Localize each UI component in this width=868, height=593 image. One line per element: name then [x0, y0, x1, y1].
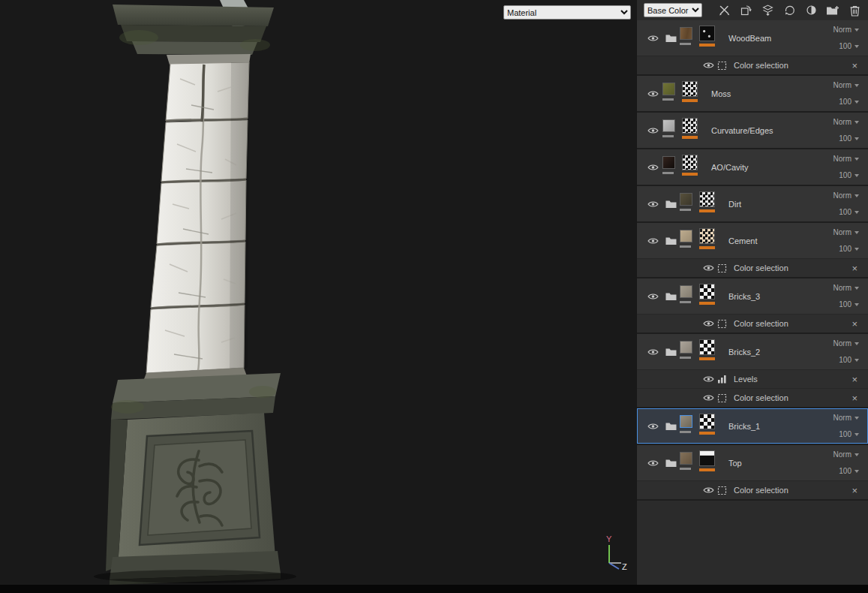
opacity-dropdown[interactable]: 100 — [839, 208, 859, 216]
delete-layer-icon[interactable] — [848, 4, 861, 17]
blend-mode-dropdown[interactable]: Norm — [833, 155, 859, 163]
mask-thumbnail[interactable] — [699, 334, 722, 369]
opacity-dropdown[interactable]: 100 — [839, 245, 859, 253]
mask-thumb-image — [699, 339, 715, 355]
effect-row-color-selection[interactable]: Color selection× — [637, 314, 868, 333]
eye-icon[interactable] — [703, 62, 717, 69]
remove-effect-button[interactable]: × — [851, 319, 857, 329]
view-mode-select[interactable]: Material — [503, 5, 631, 20]
material-thumbnail[interactable] — [662, 113, 682, 148]
smart-material-icon[interactable] — [782, 4, 796, 17]
layer-row-top[interactable]: TopNorm100 — [637, 445, 868, 480]
viewport-3d[interactable]: Material Y Z — [0, 0, 636, 585]
blend-mode-dropdown[interactable]: Norm — [833, 26, 859, 34]
layer-row-curvature-edges[interactable]: Curvature/EdgesNorm100 — [637, 113, 868, 148]
mask-thumbnail[interactable] — [699, 223, 722, 258]
bottom-status-bar — [0, 585, 868, 593]
opacity-dropdown[interactable]: 100 — [839, 356, 859, 364]
color-selection-icon — [717, 486, 730, 495]
opacity-dropdown[interactable]: 100 — [839, 467, 859, 475]
effect-row-color-selection[interactable]: Color selection× — [637, 388, 868, 407]
blend-mode-dropdown[interactable]: Norm — [833, 228, 859, 236]
eye-icon[interactable] — [643, 20, 662, 56]
layer-row-bricks-2[interactable]: Bricks_2Norm100 — [637, 334, 868, 369]
eye-icon[interactable] — [703, 375, 717, 383]
eye-icon[interactable] — [703, 320, 717, 327]
opacity-dropdown[interactable]: 100 — [839, 134, 859, 143]
remove-effect-button[interactable]: × — [851, 375, 857, 384]
material-thumbnail[interactable] — [680, 20, 699, 56]
blend-mode-dropdown[interactable]: Norm — [833, 339, 859, 348]
material-thumbnail[interactable] — [680, 445, 699, 480]
layer-row-woodbeam[interactable]: WoodBeamNorm100 — [637, 20, 868, 56]
opacity-dropdown[interactable]: 100 — [839, 300, 859, 309]
layer-row-ao-cavity[interactable]: AO/CavityNorm100 — [637, 149, 868, 185]
mask-thumbnail[interactable] — [682, 149, 705, 185]
smart-mask-icon[interactable] — [804, 4, 818, 17]
chevron-down-icon — [854, 84, 859, 87]
chevron-down-icon — [854, 45, 859, 48]
blend-mode-dropdown[interactable]: Norm — [833, 118, 859, 126]
chevron-down-icon — [854, 359, 859, 362]
material-thumbnail[interactable] — [662, 149, 682, 185]
layer-row-moss[interactable]: MossNorm100 — [637, 76, 868, 111]
remove-effect-button[interactable]: × — [851, 393, 857, 403]
eye-icon[interactable] — [643, 186, 662, 221]
layer-row-cement[interactable]: CementNorm100 — [637, 223, 868, 258]
eye-icon[interactable] — [643, 408, 662, 444]
layer-row-bricks-3[interactable]: Bricks_3Norm100 — [637, 278, 868, 314]
channel-select[interactable]: Base Color — [644, 3, 702, 17]
eye-icon[interactable] — [703, 394, 717, 402]
eye-icon[interactable] — [643, 149, 662, 185]
blend-mode-dropdown[interactable]: Norm — [833, 284, 859, 292]
remove-effect-button[interactable]: × — [851, 61, 857, 71]
opacity-dropdown[interactable]: 100 — [839, 171, 859, 179]
add-folder-icon[interactable] — [826, 4, 839, 17]
blend-mode-dropdown[interactable]: Norm — [833, 414, 859, 422]
stone-column-model[interactable] — [0, 0, 636, 585]
mask-thumbnail[interactable] — [699, 20, 722, 56]
material-thumbnail[interactable] — [680, 186, 699, 221]
remove-effect-button[interactable]: × — [851, 486, 857, 495]
eye-icon[interactable] — [703, 486, 717, 494]
fill-layer-icon[interactable] — [739, 4, 752, 17]
opacity-dropdown[interactable]: 100 — [839, 42, 859, 50]
mask-thumbnail[interactable] — [699, 278, 722, 314]
eye-icon[interactable] — [643, 113, 662, 148]
remove-effect-button[interactable]: × — [851, 263, 857, 273]
effect-row-color-selection[interactable]: Color selection× — [637, 56, 868, 74]
layer-row-dirt[interactable]: DirtNorm100 — [637, 186, 868, 221]
opacity-dropdown[interactable]: 100 — [839, 98, 859, 106]
material-thumbnail[interactable] — [680, 223, 699, 258]
mask-thumbnail[interactable] — [682, 76, 705, 111]
effect-row-color-selection[interactable]: Color selection× — [637, 480, 868, 499]
opacity-bar — [699, 432, 715, 435]
eye-icon[interactable] — [703, 264, 717, 272]
mask-thumbnail[interactable] — [699, 186, 722, 221]
color-selection-icon — [717, 319, 730, 329]
effect-row-color-selection[interactable]: Color selection× — [637, 258, 868, 277]
eye-icon[interactable] — [643, 278, 662, 314]
effect-row-levels[interactable]: Levels× — [637, 369, 868, 388]
chevron-down-icon — [854, 303, 859, 306]
paint-tools-icon[interactable] — [717, 4, 731, 17]
material-thumbnail[interactable] — [680, 334, 699, 369]
mask-thumbnail[interactable] — [699, 408, 722, 444]
eye-icon[interactable] — [643, 334, 662, 369]
eye-icon[interactable] — [643, 445, 662, 480]
material-thumbnail[interactable] — [662, 76, 682, 111]
eye-icon[interactable] — [643, 76, 662, 111]
material-thumbnail[interactable] — [680, 408, 699, 444]
material-thumb-image — [680, 193, 692, 206]
opacity-dropdown[interactable]: 100 — [839, 430, 859, 438]
eye-icon[interactable] — [643, 223, 662, 258]
layer-row-bricks-1[interactable]: Bricks_1Norm100 — [637, 408, 868, 444]
chevron-down-icon — [854, 248, 859, 251]
mask-thumbnail[interactable] — [699, 445, 722, 480]
blend-mode-dropdown[interactable]: Norm — [833, 191, 859, 200]
mask-thumbnail[interactable] — [682, 113, 705, 148]
material-thumbnail[interactable] — [680, 278, 699, 314]
blend-mode-dropdown[interactable]: Norm — [833, 450, 859, 459]
add-effect-icon[interactable] — [761, 4, 774, 17]
blend-mode-dropdown[interactable]: Norm — [833, 81, 859, 89]
